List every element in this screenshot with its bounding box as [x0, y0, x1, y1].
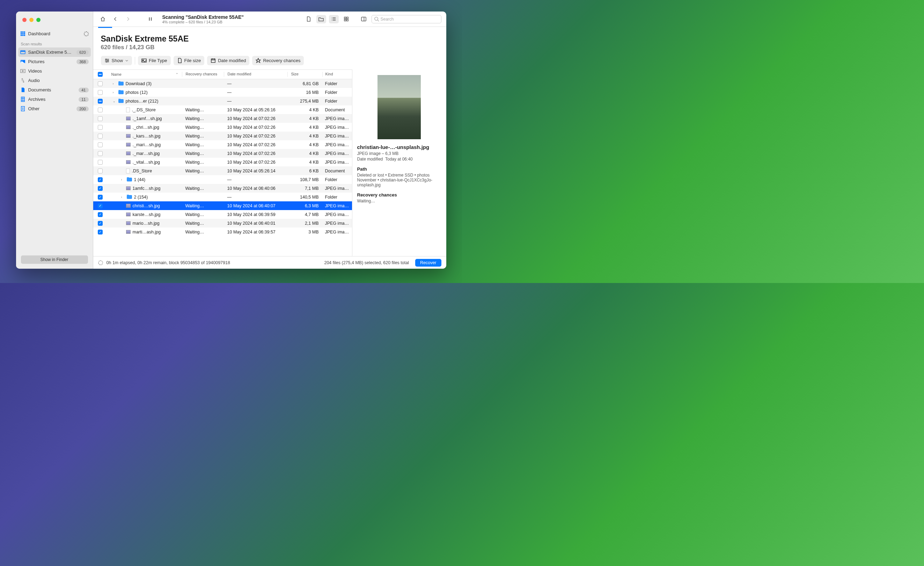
recovery-value: Waiting… [182, 134, 224, 139]
date-value: 10 May 2024 at 06:40:06 [224, 186, 287, 191]
sidebar-item-sandiskextreme[interactable]: SanDisk Extreme 5…620 [18, 48, 91, 57]
row-checkbox[interactable] [98, 151, 103, 156]
disclosure-toggle[interactable]: › [113, 91, 116, 94]
file-name: photos…er (212) [126, 99, 159, 103]
table-row[interactable]: ._mar…sh.jpg Waiting… 10 May 2024 at 07:… [93, 149, 352, 158]
pause-button[interactable] [146, 15, 155, 23]
minimize-window[interactable] [29, 18, 33, 22]
back-button[interactable] [111, 15, 120, 23]
recover-button[interactable]: Recover [415, 259, 441, 267]
row-checkbox[interactable]: ✓ [98, 177, 103, 182]
row-checkbox[interactable] [98, 142, 103, 147]
table-row[interactable]: ✓ karste…sh.jpg Waiting… 10 May 2024 at … [93, 210, 352, 219]
sidebar-icon [20, 87, 26, 93]
filetype-filter-button[interactable]: File Type [138, 56, 171, 65]
row-checkbox[interactable] [98, 125, 103, 130]
disclosure-toggle[interactable]: ⌄ [113, 99, 116, 103]
table-row[interactable]: ._.DS_Store Waiting… 10 May 2024 at 05:2… [93, 105, 352, 114]
row-checkbox[interactable] [98, 169, 103, 174]
table-row[interactable]: ._mari…sh.jpg Waiting… 10 May 2024 at 07… [93, 140, 352, 149]
table-row[interactable]: ✓ marti…ash.jpg Waiting… 10 May 2024 at … [93, 228, 352, 236]
row-checkbox[interactable]: ✓ [98, 195, 103, 200]
size-value: 2,1 MB [287, 221, 322, 226]
column-kind[interactable]: Kind [322, 72, 352, 77]
column-name[interactable]: Name⌃ [107, 72, 182, 77]
column-recovery[interactable]: Recovery chances [182, 72, 224, 77]
row-checkbox[interactable] [98, 160, 103, 165]
document-view-button[interactable] [304, 15, 314, 23]
sidebar-item-archives[interactable]: Archives11 [16, 94, 93, 104]
image-file-icon [126, 134, 130, 138]
table-row[interactable]: ._vital…sh.jpg Waiting… 10 May 2024 at 0… [93, 158, 352, 166]
size-value: 16 MB [287, 90, 322, 95]
table-row[interactable]: ._1amf…sh.jpg Waiting… 10 May 2024 at 07… [93, 114, 352, 123]
date-value: — [224, 195, 287, 200]
table-row[interactable]: ✓ › 2 (154) — 140,5 MB Folder [93, 193, 352, 201]
close-window[interactable] [22, 18, 27, 22]
forward-button[interactable] [123, 15, 133, 23]
row-checkbox[interactable] [98, 81, 103, 86]
row-checkbox[interactable] [98, 90, 103, 95]
datemod-filter-button[interactable]: Date modified [207, 56, 249, 65]
sidebar-item-pictures[interactable]: Pictures368 [16, 57, 93, 66]
sidebar-item-audio[interactable]: Audio [16, 76, 93, 85]
table-row[interactable]: ✓ mario…sh.jpg Waiting… 10 May 2024 at 0… [93, 219, 352, 228]
table-row[interactable]: › photos (12) — 16 MB Folder [93, 88, 352, 97]
row-checkbox[interactable]: ✓ [98, 212, 103, 217]
table-row[interactable]: ✓ › 1 (44) — 108,7 MB Folder [93, 175, 352, 184]
panel-toggle-button[interactable] [359, 15, 369, 23]
row-checkbox[interactable]: ✓ [98, 186, 103, 191]
row-checkbox[interactable] [98, 99, 103, 103]
maximize-window[interactable] [36, 18, 40, 22]
svg-rect-16 [344, 17, 346, 19]
date-value: 10 May 2024 at 07:02:26 [224, 125, 287, 130]
file-name: Download (3) [126, 81, 152, 86]
home-button[interactable] [98, 15, 108, 23]
table-row[interactable]: ✓ 1amfc…sh.jpg Waiting… 10 May 2024 at 0… [93, 184, 352, 193]
select-all-checkbox[interactable] [98, 72, 103, 77]
row-checkbox[interactable]: ✓ [98, 221, 103, 226]
table-row[interactable]: .DS_Store Waiting… 10 May 2024 at 05:26:… [93, 166, 352, 175]
image-file-icon [126, 125, 130, 129]
table-row[interactable]: ._chri…sh.jpg Waiting… 10 May 2024 at 07… [93, 123, 352, 132]
disclosure-toggle[interactable]: › [121, 178, 124, 181]
sidebar-item-documents[interactable]: Documents41 [16, 85, 93, 94]
search-input[interactable]: Search [372, 15, 441, 23]
disclosure-toggle[interactable]: › [113, 82, 116, 85]
file-name: ._1amf…sh.jpg [133, 116, 162, 121]
folder-view-button[interactable] [316, 15, 326, 23]
disclosure-toggle[interactable]: › [121, 195, 124, 199]
row-checkbox[interactable]: ✓ [98, 204, 103, 208]
row-checkbox[interactable] [98, 108, 103, 112]
sidebar-dashboard[interactable]: Dashboard [16, 29, 93, 38]
table-row[interactable]: ⌄ photos…er (212) — 275,4 MB Folder [93, 97, 352, 105]
recovery-filter-button[interactable]: Recovery chances [252, 56, 304, 65]
filter-bar: Show File Type File size Date modified R… [93, 54, 446, 69]
show-in-finder-button[interactable]: Show in Finder [21, 255, 88, 264]
grid-view-button[interactable] [342, 15, 351, 23]
sidebar: Dashboard Scan results SanDisk Extreme 5… [16, 12, 93, 269]
column-size[interactable]: Size [287, 72, 322, 77]
table-row[interactable]: › Download (3) — 6,81 GB Folder [93, 79, 352, 88]
row-checkbox[interactable] [98, 116, 103, 121]
table-row[interactable]: ✓ christi…sh.jpg Waiting… 10 May 2024 at… [93, 201, 352, 210]
table-row[interactable]: ._kars…sh.jpg Waiting… 10 May 2024 at 07… [93, 132, 352, 140]
sidebar-item-videos[interactable]: Videos [16, 66, 93, 76]
content-area: Name⌃ Recovery chances Date modified Siz… [93, 69, 446, 256]
table-body[interactable]: › Download (3) — 6,81 GB Folder › photos… [93, 79, 352, 256]
filesize-filter-button[interactable]: File size [174, 56, 205, 65]
show-filter-button[interactable]: Show [101, 56, 132, 65]
star-icon [256, 58, 261, 63]
svg-rect-7 [22, 34, 23, 36]
sidebar-item-other[interactable]: Other200 [16, 104, 93, 114]
row-checkbox[interactable] [98, 134, 103, 139]
column-date[interactable]: Date modified [224, 72, 287, 77]
svg-rect-24 [211, 59, 215, 63]
list-view-button[interactable] [329, 15, 339, 23]
row-checkbox[interactable]: ✓ [98, 230, 103, 235]
kind-value: Document [322, 169, 352, 174]
folder-icon [127, 195, 132, 199]
separator [135, 57, 135, 64]
recovery-value: Waiting… [182, 221, 224, 226]
recovery-value: Waiting… [182, 212, 224, 217]
